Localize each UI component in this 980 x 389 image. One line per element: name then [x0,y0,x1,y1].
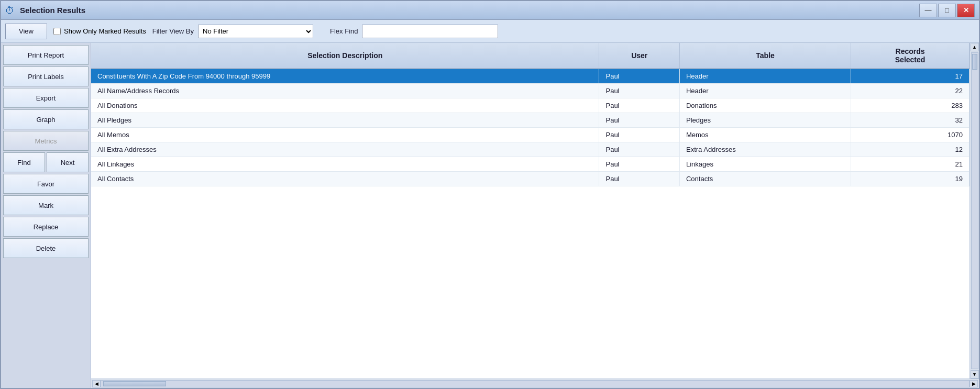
window-title: Selection Results [20,6,85,15]
cell-table: Donations [679,98,851,113]
replace-button[interactable]: Replace [3,217,89,237]
delete-button[interactable]: Delete [3,238,89,258]
mark-button[interactable]: Mark [3,195,89,215]
col-table: Table [679,43,851,69]
cell-description: All Memos [91,128,599,142]
cell-user: Paul [599,69,680,84]
print-report-button[interactable]: Print Report [3,45,89,65]
scroll-down-button[interactable]: ▼ [971,370,979,379]
table-header-row: Selection Description User Table Records… [91,43,970,69]
scroll-up-button[interactable]: ▲ [971,43,979,51]
cell-description: All Contacts [91,172,599,186]
scroll-h-track[interactable] [101,380,970,387]
table-row[interactable]: All ContactsPaulContacts19 [91,172,970,186]
cell-records: 22 [851,84,970,98]
minimize-button[interactable]: — [919,4,937,17]
cell-table: Header [679,69,851,84]
data-area: Selection Description User Table Records… [91,43,979,388]
cell-user: Paul [599,172,680,186]
flex-find-input[interactable] [362,25,498,38]
cell-records: 283 [851,98,970,113]
filter-select[interactable]: No Filter [198,25,313,38]
table-row[interactable]: All MemosPaulMemos1070 [91,128,970,142]
cell-records: 19 [851,172,970,186]
cell-description: Constituents With A Zip Code From 94000 … [91,69,599,84]
cell-user: Paul [599,84,680,98]
print-labels-button[interactable]: Print Labels [3,66,89,86]
cell-description: All Extra Addresses [91,142,599,157]
title-bar-left: ⏱ Selection Results [5,5,85,16]
cell-records: 32 [851,113,970,128]
vertical-scrollbar[interactable]: ▲ ▼ [970,43,979,379]
close-button[interactable]: ✕ [957,4,975,17]
scroll-left-button[interactable]: ◀ [92,380,101,387]
cell-description: All Donations [91,98,599,113]
col-selection-description: Selection Description [91,43,599,69]
cell-table: Pledges [679,113,851,128]
table-row[interactable]: All LinkagesPaulLinkages21 [91,157,970,172]
cell-table: Linkages [679,157,851,172]
cell-table: Contacts [679,172,851,186]
maximize-button[interactable]: □ [938,4,956,17]
cell-user: Paul [599,113,680,128]
cell-user: Paul [599,142,680,157]
window-icon: ⏱ [5,5,16,16]
filter-view-by-label: Filter View By [152,27,194,35]
title-buttons: — □ ✕ [919,4,975,17]
table-row[interactable]: Constituents With A Zip Code From 94000 … [91,69,970,84]
scroll-v-track[interactable] [971,52,978,369]
cell-description: All Name/Address Records [91,84,599,98]
horizontal-scrollbar[interactable]: ◀ ▶ [91,379,979,388]
filter-section: Filter View By No Filter [152,25,313,38]
cell-records: 17 [851,69,970,84]
col-user: User [599,43,680,69]
show-only-marked-checkbox[interactable] [53,28,61,35]
show-only-marked-container: Show Only Marked Results [53,27,146,35]
flex-find-label: Flex Find [330,27,358,35]
scroll-h-thumb[interactable] [103,381,166,386]
scroll-v-thumb[interactable] [972,54,977,70]
table-with-scrollbar: Selection Description User Table Records… [91,43,979,379]
table-row[interactable]: All Name/Address RecordsPaulHeader22 [91,84,970,98]
next-button[interactable]: Next [47,152,89,172]
sidebar: Print Report Print Labels Export Graph M… [1,43,91,388]
cell-description: All Pledges [91,113,599,128]
view-button[interactable]: View [5,24,47,39]
table-row[interactable]: All DonationsPaulDonations283 [91,98,970,113]
col-records-selected: RecordsSelected [851,43,970,69]
find-button[interactable]: Find [3,152,45,172]
cell-records: 1070 [851,128,970,142]
export-button[interactable]: Export [3,88,89,108]
graph-button[interactable]: Graph [3,109,89,129]
cell-user: Paul [599,98,680,113]
toolbar: View Show Only Marked Results Filter Vie… [1,20,979,43]
cell-records: 21 [851,157,970,172]
metrics-button[interactable]: Metrics [3,131,89,151]
table-row[interactable]: All Extra AddressesPaulExtra Addresses12 [91,142,970,157]
cell-table: Memos [679,128,851,142]
show-only-marked-label: Show Only Marked Results [64,27,146,35]
favor-button[interactable]: Favor [3,174,89,194]
table-container[interactable]: Selection Description User Table Records… [91,43,970,379]
results-table: Selection Description User Table Records… [91,43,970,186]
main-content: Print Report Print Labels Export Graph M… [1,43,979,388]
cell-table: Header [679,84,851,98]
cell-table: Extra Addresses [679,142,851,157]
flex-find-section: Flex Find [330,25,498,38]
table-row[interactable]: All PledgesPaulPledges32 [91,113,970,128]
main-window: ⏱ Selection Results — □ ✕ View Show Only… [0,0,980,389]
scroll-right-button[interactable]: ▶ [970,380,978,387]
cell-user: Paul [599,157,680,172]
cell-records: 12 [851,142,970,157]
find-next-row: Find Next [3,152,89,172]
title-bar: ⏱ Selection Results — □ ✕ [1,1,979,20]
cell-user: Paul [599,128,680,142]
cell-description: All Linkages [91,157,599,172]
